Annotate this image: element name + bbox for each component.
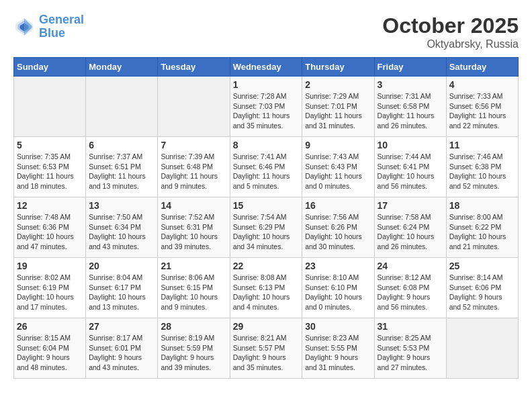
day-info: Sunrise: 7:33 AM Sunset: 6:56 PM Dayligh… — [449, 91, 515, 131]
day-info: Sunrise: 7:29 AM Sunset: 7:01 PM Dayligh… — [305, 91, 371, 131]
weekday-header: Monday — [86, 58, 158, 77]
logo-icon — [13, 16, 35, 38]
day-info: Sunrise: 8:08 AM Sunset: 6:13 PM Dayligh… — [233, 273, 300, 312]
day-info: Sunrise: 7:50 AM Sunset: 6:34 PM Dayligh… — [89, 212, 154, 252]
day-number: 8 — [233, 140, 300, 150]
day-number: 23 — [305, 261, 371, 271]
logo-text: General Blue — [39, 13, 84, 40]
calendar-cell — [86, 77, 158, 137]
calendar-cell: 18Sunrise: 8:00 AM Sunset: 6:22 PM Dayli… — [446, 197, 518, 258]
calendar-week-row: 19Sunrise: 8:02 AM Sunset: 6:19 PM Dayli… — [14, 258, 519, 318]
calendar-cell: 8Sunrise: 7:41 AM Sunset: 6:46 PM Daylig… — [230, 137, 302, 197]
calendar-cell: 11Sunrise: 7:46 AM Sunset: 6:38 PM Dayli… — [446, 137, 518, 197]
calendar-cell: 6Sunrise: 7:37 AM Sunset: 6:51 PM Daylig… — [86, 137, 158, 197]
day-info: Sunrise: 7:48 AM Sunset: 6:36 PM Dayligh… — [17, 212, 83, 252]
calendar-cell: 17Sunrise: 7:58 AM Sunset: 6:24 PM Dayli… — [374, 197, 446, 258]
day-number: 5 — [17, 140, 83, 150]
calendar-cell: 15Sunrise: 7:54 AM Sunset: 6:29 PM Dayli… — [230, 197, 302, 258]
day-info: Sunrise: 8:14 AM Sunset: 6:06 PM Dayligh… — [449, 273, 515, 312]
day-info: Sunrise: 7:56 AM Sunset: 6:26 PM Dayligh… — [305, 212, 371, 252]
day-number: 30 — [305, 321, 371, 332]
day-number: 19 — [17, 261, 83, 271]
day-number: 1 — [233, 79, 300, 90]
day-number: 17 — [378, 200, 443, 211]
day-info: Sunrise: 8:15 AM Sunset: 6:04 PM Dayligh… — [17, 333, 83, 373]
day-info: Sunrise: 7:35 AM Sunset: 6:53 PM Dayligh… — [17, 152, 83, 191]
title-block: October 2025 Oktyabrsky, Russia — [382, 13, 519, 50]
day-info: Sunrise: 7:46 AM Sunset: 6:38 PM Dayligh… — [449, 152, 515, 191]
calendar-cell — [158, 77, 230, 137]
calendar-cell: 24Sunrise: 8:12 AM Sunset: 6:08 PM Dayli… — [374, 258, 446, 318]
weekday-header-row: SundayMondayTuesdayWednesdayThursdayFrid… — [14, 58, 519, 77]
day-info: Sunrise: 7:52 AM Sunset: 6:31 PM Dayligh… — [161, 212, 226, 252]
calendar-cell: 1Sunrise: 7:28 AM Sunset: 7:03 PM Daylig… — [230, 77, 302, 137]
day-number: 9 — [305, 140, 371, 150]
weekday-header: Sunday — [14, 58, 86, 77]
calendar-cell: 16Sunrise: 7:56 AM Sunset: 6:26 PM Dayli… — [302, 197, 374, 258]
calendar-cell: 28Sunrise: 8:19 AM Sunset: 5:59 PM Dayli… — [158, 318, 230, 379]
day-number: 7 — [161, 140, 226, 150]
day-number: 29 — [233, 321, 300, 332]
calendar-cell: 21Sunrise: 8:06 AM Sunset: 6:15 PM Dayli… — [158, 258, 230, 318]
calendar-cell: 14Sunrise: 7:52 AM Sunset: 6:31 PM Dayli… — [158, 197, 230, 258]
day-info: Sunrise: 8:04 AM Sunset: 6:17 PM Dayligh… — [89, 273, 154, 312]
calendar-cell: 4Sunrise: 7:33 AM Sunset: 6:56 PM Daylig… — [446, 77, 518, 137]
location-subtitle: Oktyabrsky, Russia — [382, 38, 519, 50]
day-number: 31 — [378, 321, 443, 332]
day-info: Sunrise: 7:41 AM Sunset: 6:46 PM Dayligh… — [233, 152, 300, 191]
weekday-header: Thursday — [302, 58, 374, 77]
day-info: Sunrise: 7:39 AM Sunset: 6:48 PM Dayligh… — [161, 152, 226, 191]
day-number: 6 — [89, 140, 154, 150]
day-info: Sunrise: 8:12 AM Sunset: 6:08 PM Dayligh… — [378, 273, 443, 312]
calendar-cell: 26Sunrise: 8:15 AM Sunset: 6:04 PM Dayli… — [14, 318, 86, 379]
day-number: 21 — [161, 261, 226, 271]
calendar-cell — [14, 77, 86, 137]
day-number: 16 — [305, 200, 371, 211]
calendar-cell: 22Sunrise: 8:08 AM Sunset: 6:13 PM Dayli… — [230, 258, 302, 318]
day-number: 20 — [89, 261, 154, 271]
calendar-cell: 19Sunrise: 8:02 AM Sunset: 6:19 PM Dayli… — [14, 258, 86, 318]
calendar-cell: 10Sunrise: 7:44 AM Sunset: 6:41 PM Dayli… — [374, 137, 446, 197]
day-info: Sunrise: 8:19 AM Sunset: 5:59 PM Dayligh… — [161, 333, 226, 373]
calendar-cell: 5Sunrise: 7:35 AM Sunset: 6:53 PM Daylig… — [14, 137, 86, 197]
day-info: Sunrise: 8:17 AM Sunset: 6:01 PM Dayligh… — [89, 333, 154, 373]
day-info: Sunrise: 7:58 AM Sunset: 6:24 PM Dayligh… — [378, 212, 443, 252]
calendar-cell: 13Sunrise: 7:50 AM Sunset: 6:34 PM Dayli… — [86, 197, 158, 258]
day-info: Sunrise: 8:00 AM Sunset: 6:22 PM Dayligh… — [449, 212, 515, 252]
calendar-cell: 27Sunrise: 8:17 AM Sunset: 6:01 PM Dayli… — [86, 318, 158, 379]
calendar-cell: 23Sunrise: 8:10 AM Sunset: 6:10 PM Dayli… — [302, 258, 374, 318]
day-info: Sunrise: 7:37 AM Sunset: 6:51 PM Dayligh… — [89, 152, 154, 191]
day-number: 2 — [305, 79, 371, 90]
calendar-week-row: 5Sunrise: 7:35 AM Sunset: 6:53 PM Daylig… — [14, 137, 519, 197]
calendar-week-row: 12Sunrise: 7:48 AM Sunset: 6:36 PM Dayli… — [14, 197, 519, 258]
day-info: Sunrise: 7:28 AM Sunset: 7:03 PM Dayligh… — [233, 91, 300, 131]
weekday-header: Tuesday — [158, 58, 230, 77]
calendar-cell: 20Sunrise: 8:04 AM Sunset: 6:17 PM Dayli… — [86, 258, 158, 318]
calendar-cell: 2Sunrise: 7:29 AM Sunset: 7:01 PM Daylig… — [302, 77, 374, 137]
page-header: General Blue October 2025 Oktyabrsky, Ru… — [13, 13, 519, 50]
day-info: Sunrise: 8:10 AM Sunset: 6:10 PM Dayligh… — [305, 273, 371, 312]
day-number: 3 — [378, 79, 443, 90]
day-info: Sunrise: 7:44 AM Sunset: 6:41 PM Dayligh… — [378, 152, 443, 191]
logo: General Blue — [13, 13, 84, 40]
weekday-header: Wednesday — [230, 58, 302, 77]
day-number: 25 — [449, 261, 515, 271]
calendar-cell: 3Sunrise: 7:31 AM Sunset: 6:58 PM Daylig… — [374, 77, 446, 137]
calendar-week-row: 1Sunrise: 7:28 AM Sunset: 7:03 PM Daylig… — [14, 77, 519, 137]
day-number: 24 — [378, 261, 443, 271]
month-year-title: October 2025 — [382, 13, 519, 38]
day-number: 4 — [449, 79, 515, 90]
day-info: Sunrise: 8:21 AM Sunset: 5:57 PM Dayligh… — [233, 333, 300, 373]
calendar-cell: 25Sunrise: 8:14 AM Sunset: 6:06 PM Dayli… — [446, 258, 518, 318]
day-info: Sunrise: 8:02 AM Sunset: 6:19 PM Dayligh… — [17, 273, 83, 312]
day-number: 13 — [89, 200, 154, 211]
calendar-cell — [446, 318, 518, 379]
day-info: Sunrise: 8:23 AM Sunset: 5:55 PM Dayligh… — [305, 333, 371, 373]
day-info: Sunrise: 8:25 AM Sunset: 5:53 PM Dayligh… — [378, 333, 443, 373]
calendar-cell: 31Sunrise: 8:25 AM Sunset: 5:53 PM Dayli… — [374, 318, 446, 379]
calendar-cell: 30Sunrise: 8:23 AM Sunset: 5:55 PM Dayli… — [302, 318, 374, 379]
calendar-table: SundayMondayTuesdayWednesdayThursdayFrid… — [13, 57, 519, 379]
calendar-cell: 12Sunrise: 7:48 AM Sunset: 6:36 PM Dayli… — [14, 197, 86, 258]
day-number: 27 — [89, 321, 154, 332]
day-number: 12 — [17, 200, 83, 211]
